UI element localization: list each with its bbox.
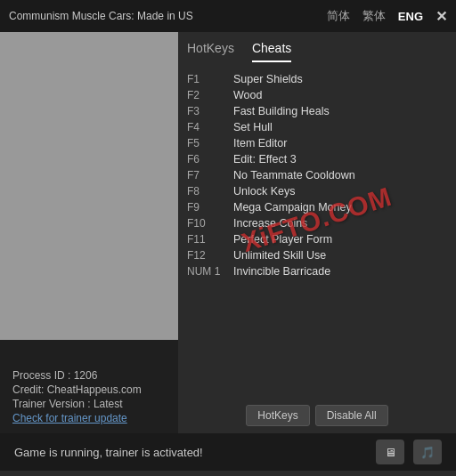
content-row: Process ID : 1206 Credit: CheatHappeus.c… bbox=[0, 32, 456, 433]
title-bar: Communism Muscle Cars: Made in US 简体 繁体 … bbox=[0, 0, 456, 32]
cheat-key: F1 bbox=[187, 73, 233, 85]
cheat-key: F6 bbox=[187, 153, 233, 165]
disable-all-button[interactable]: Disable All bbox=[315, 405, 388, 426]
cheat-name: Mega Campaign Money bbox=[233, 201, 352, 214]
tab-hotkeys[interactable]: HotKeys bbox=[187, 41, 234, 62]
cheat-item[interactable]: F7No Teammate Cooldown bbox=[187, 167, 447, 183]
lang-traditional[interactable]: 繁体 bbox=[362, 8, 386, 24]
overlay-buttons: HotKeys Disable All bbox=[178, 399, 456, 433]
cheat-item[interactable]: F10Increase Coins bbox=[187, 215, 447, 231]
cheat-item[interactable]: F12Unlimited Skill Use bbox=[187, 247, 447, 263]
tabs-bar: HotKeys Cheats bbox=[178, 32, 456, 62]
cheat-item[interactable]: F3Fast Building Heals bbox=[187, 103, 447, 119]
cheat-name: Unlimited Skill Use bbox=[233, 249, 326, 262]
cheat-item[interactable]: F8Unlock Keys bbox=[187, 183, 447, 199]
cheat-name: Perfect Player Form bbox=[233, 233, 332, 246]
cheat-item[interactable]: F1Super Shields bbox=[187, 71, 447, 87]
sidebar-area: Process ID : 1206 Credit: CheatHappeus.c… bbox=[0, 32, 178, 433]
cheat-item[interactable]: F6Edit: Effect 3 bbox=[187, 151, 447, 167]
cheat-name: Fast Building Heals bbox=[233, 105, 330, 117]
music-icon[interactable]: 🎵 bbox=[413, 440, 442, 464]
cheat-key: F5 bbox=[187, 137, 233, 149]
hotkeys-button[interactable]: HotKeys bbox=[246, 405, 309, 426]
cheat-key: F7 bbox=[187, 169, 233, 182]
cheat-name: Item Editor bbox=[233, 137, 287, 149]
cheat-name: Increase Coins bbox=[233, 217, 307, 230]
cheat-name: Set Hull bbox=[233, 121, 273, 133]
status-bar: Game is running, trainer is activated! 🖥… bbox=[0, 433, 456, 471]
cheat-key: F4 bbox=[187, 121, 233, 133]
cheat-name: Edit: Effect 3 bbox=[233, 153, 297, 165]
credit-text: Credit: bbox=[12, 383, 44, 396]
check-update-link[interactable]: Check for trainer update bbox=[12, 412, 166, 424]
cheat-item[interactable]: F9Mega Campaign Money bbox=[187, 199, 447, 215]
cheat-key: F12 bbox=[187, 249, 233, 262]
cheat-item[interactable]: F4Set Hull bbox=[187, 119, 447, 135]
cheats-list: F1Super ShieldsF2WoodF3Fast Building Hea… bbox=[178, 62, 456, 399]
cheat-item[interactable]: F11Perfect Player Form bbox=[187, 231, 447, 247]
app-title: Communism Muscle Cars: Made in US bbox=[9, 10, 193, 22]
sidebar-lower-info: Process ID : 1206 Credit: CheatHappeus.c… bbox=[0, 340, 178, 433]
right-panel: HotKeys Cheats F1Super ShieldsF2WoodF3Fa… bbox=[178, 32, 456, 433]
cheat-key: F10 bbox=[187, 217, 233, 230]
cheat-item[interactable]: NUM 1Invincible Barricade bbox=[187, 263, 447, 279]
close-button[interactable]: ✕ bbox=[436, 8, 447, 25]
cheat-item[interactable]: F2Wood bbox=[187, 87, 447, 103]
cheat-item[interactable]: F5Item Editor bbox=[187, 135, 447, 151]
cheat-key: F3 bbox=[187, 105, 233, 117]
lang-english[interactable]: ENG bbox=[398, 10, 423, 23]
cheat-name: Invincible Barricade bbox=[233, 265, 330, 278]
cheat-name: Super Shields bbox=[233, 73, 303, 85]
credit-label: Credit: CheatHappeus.com bbox=[12, 383, 166, 396]
cheat-name: No Teammate Cooldown bbox=[233, 169, 355, 182]
cheat-key: F8 bbox=[187, 185, 233, 198]
lang-simplified[interactable]: 简体 bbox=[327, 8, 350, 24]
language-group: 简体 繁体 ENG ✕ bbox=[327, 8, 447, 25]
cheat-name: Wood bbox=[233, 89, 262, 101]
cheat-key: F2 bbox=[187, 89, 233, 101]
monitor-icon[interactable]: 🖥 bbox=[376, 440, 404, 464]
status-message: Game is running, trainer is activated! bbox=[14, 446, 203, 459]
tab-cheats[interactable]: Cheats bbox=[252, 41, 291, 62]
process-id: Process ID : 1206 bbox=[12, 369, 166, 382]
main-body: Process ID : 1206 Credit: CheatHappeus.c… bbox=[0, 32, 456, 471]
title-bar-left: Communism Muscle Cars: Made in US bbox=[9, 10, 193, 22]
cheat-key: NUM 1 bbox=[187, 265, 233, 278]
trainer-version: Trainer Version : Latest bbox=[12, 398, 166, 410]
cheat-name: Unlock Keys bbox=[233, 185, 295, 198]
cheat-key: F11 bbox=[187, 233, 233, 246]
status-icons: 🖥 🎵 bbox=[376, 440, 442, 464]
cheat-key: F9 bbox=[187, 201, 233, 214]
credit-value: CheatHappeus.com bbox=[47, 383, 142, 396]
